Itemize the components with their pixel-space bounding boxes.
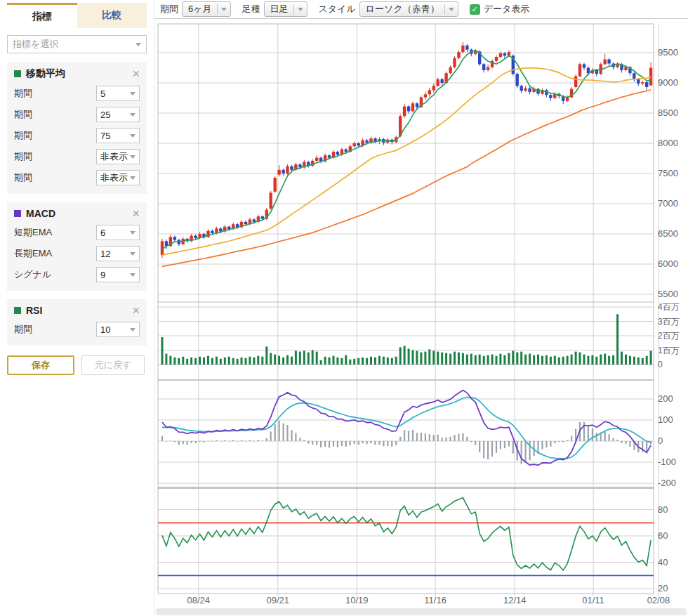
- section-title: RSI: [26, 305, 132, 316]
- price-axis-label: 5500: [658, 289, 678, 299]
- price-axis-label: 8000: [658, 138, 678, 148]
- x-axis-label: 08/24: [187, 595, 211, 605]
- indicator-select-placeholder: 指標を選択: [13, 38, 58, 51]
- param-label: 期間: [14, 171, 32, 184]
- price-axis-label: 9500: [658, 47, 678, 58]
- x-axis-label: 09/21: [267, 595, 290, 605]
- close-icon[interactable]: ×: [132, 209, 140, 218]
- tab-indicators[interactable]: 指標: [7, 3, 77, 28]
- chart-scrollbar: [156, 608, 687, 615]
- macd-slow-select[interactable]: 12: [96, 246, 140, 261]
- macd-fast-select[interactable]: 6: [96, 225, 140, 240]
- volume-axis-label: 4百万: [658, 302, 680, 312]
- macd-signal-select[interactable]: 9: [96, 267, 140, 282]
- price-axis-label: 7500: [658, 168, 678, 178]
- macd-histogram: [161, 421, 651, 464]
- param-label: 短期EMA: [14, 226, 52, 239]
- x-gridlines: 08/2409/2110/1911/1612/1401/1102/08: [187, 24, 670, 605]
- chevron-down-icon: [130, 92, 135, 96]
- volume-axis-label: 3百万: [658, 317, 680, 327]
- ma-period-2-select[interactable]: 25: [96, 107, 140, 122]
- close-icon[interactable]: ×: [132, 69, 140, 79]
- sidebar-tabs: 指標 比較: [7, 3, 147, 28]
- price-axis-label: 7000: [658, 198, 678, 209]
- macd-axis-label: 100: [658, 414, 673, 425]
- param-label: 長期EMA: [14, 247, 52, 260]
- rsi-axis-label: 60: [658, 530, 668, 541]
- macd-axis-label: -100: [658, 457, 676, 467]
- param-label: 期間: [14, 108, 32, 121]
- x-axis-label: 02/08: [647, 595, 670, 605]
- param-label: 期間: [14, 323, 32, 336]
- chevron-down-icon: [130, 231, 135, 235]
- volume-axis-label: 0: [658, 360, 663, 369]
- volume-bars: [161, 314, 652, 365]
- rsi-panel: 80604020: [158, 504, 668, 594]
- section-macd: MACD × 短期EMA 6 長期EMA 12 シグナル 9: [7, 202, 147, 291]
- param-label: 期間: [14, 150, 32, 163]
- rsi-axis-label: 40: [658, 557, 668, 568]
- rsi-axis-label: 20: [658, 583, 668, 594]
- x-axis-label: 12/14: [503, 595, 527, 605]
- chart-svg[interactable]: 08/2409/2110/1911/1612/1401/1102/0895009…: [154, 0, 688, 616]
- rsi-color-swatch: [14, 307, 21, 314]
- x-axis-label: 11/16: [424, 595, 446, 605]
- price-axis-label: 8500: [658, 107, 678, 118]
- chevron-down-icon: [135, 43, 141, 46]
- chevron-down-icon: [130, 134, 135, 138]
- indicator-sidebar: 指標 比較 指標を選択 移動平均 × 期間 5 期間 25 期間 75 期間 非…: [0, 0, 154, 616]
- save-button[interactable]: 保存: [7, 355, 74, 375]
- param-label: 期間: [14, 129, 32, 142]
- ma-period-4-select[interactable]: 非表示: [96, 149, 140, 164]
- ma-color-swatch: [14, 70, 21, 77]
- tab-compare[interactable]: 比較: [77, 3, 147, 28]
- price-axis-label: 9000: [658, 77, 678, 88]
- chevron-down-icon: [130, 113, 135, 117]
- chart-area[interactable]: 08/2409/2110/1911/1612/1401/1102/0895009…: [154, 0, 688, 616]
- macd-signal-line: [162, 398, 651, 459]
- section-title: MACD: [26, 208, 132, 219]
- ma-period-3-select[interactable]: 75: [96, 128, 140, 143]
- rsi-axis-label: 80: [658, 504, 668, 515]
- rsi-period-select[interactable]: 10: [96, 322, 140, 337]
- macd-axis-label: 0: [658, 435, 663, 446]
- macd-axis-label: -200: [658, 478, 676, 488]
- close-icon[interactable]: ×: [132, 306, 140, 315]
- macd-axis-label: 200: [658, 393, 673, 404]
- ma5-line: [162, 51, 651, 249]
- macd-line: [162, 391, 651, 466]
- x-axis-label: 10/19: [345, 595, 369, 605]
- macd-color-swatch: [14, 210, 21, 217]
- chevron-down-icon: [130, 328, 135, 332]
- param-label: 期間: [14, 87, 32, 100]
- ma-period-5-select[interactable]: 非表示: [96, 170, 140, 185]
- section-rsi: RSI × 期間 10: [7, 299, 147, 346]
- chevron-down-icon: [130, 273, 135, 277]
- candles-layer: [161, 42, 653, 258]
- param-label: シグナル: [14, 268, 51, 281]
- chevron-down-icon: [130, 155, 135, 159]
- reset-button[interactable]: 元に戻す: [81, 355, 145, 375]
- section-moving-average: 移動平均 × 期間 5 期間 25 期間 75 期間 非表示 期間 非表示: [7, 62, 147, 194]
- volume-axis-label: 1百万: [658, 346, 680, 355]
- stock-chart-app: 指標 比較 指標を選択 移動平均 × 期間 5 期間 25 期間 75 期間 非…: [0, 0, 688, 616]
- chevron-down-icon: [130, 252, 135, 256]
- price-axis-label: 6500: [658, 228, 678, 239]
- section-title: 移動平均: [26, 67, 132, 80]
- volume-axis-label: 2百万: [658, 331, 680, 341]
- chevron-down-icon: [130, 176, 135, 180]
- x-axis-label: 01/11: [582, 595, 604, 605]
- ma-period-1-select[interactable]: 5: [96, 86, 140, 101]
- price-axis-label: 6000: [658, 258, 678, 269]
- rsi-line: [162, 498, 651, 570]
- indicator-select-dropdown[interactable]: 指標を選択: [7, 35, 147, 53]
- ma75-line: [162, 90, 651, 267]
- ma25-line: [162, 68, 651, 255]
